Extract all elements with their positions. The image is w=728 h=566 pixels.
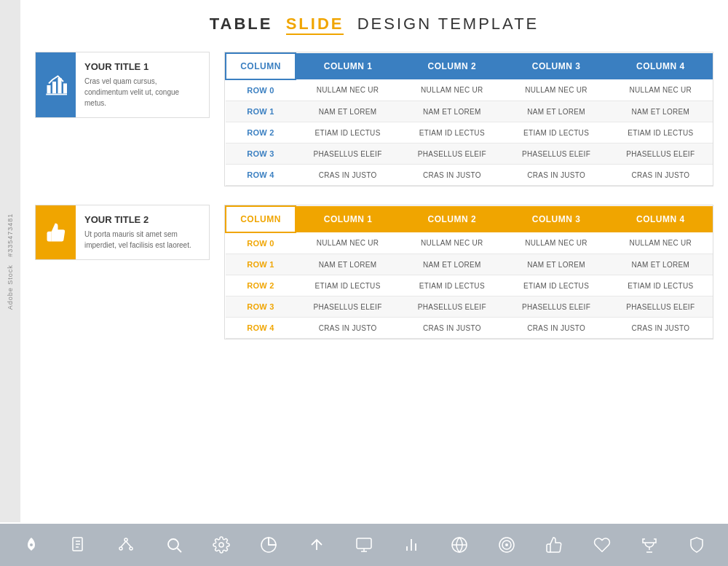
table-1-cell-4-4: CRAS IN JUSTO [609, 165, 713, 186]
table-1-header-3: COLUMN 3 [504, 53, 608, 79]
info-card-2-text: Ut porta mauris sit amet sem imperdiet, … [84, 229, 200, 251]
table-1-header-2: COLUMN 2 [400, 53, 504, 79]
table-2-header-3: COLUMN 3 [504, 206, 608, 232]
table-1-header-1: COLUMN 1 [296, 53, 400, 79]
svg-point-12 [130, 547, 132, 550]
table-2-cell-3-3: PHASELLUS ELEIF [504, 296, 608, 318]
table-1: COLUMN COLUMN 1 COLUMN 2 COLUMN 3 COLUMN… [225, 52, 713, 186]
table-2-cell-3-2: PHASELLUS ELEIF [400, 296, 504, 318]
table-2-row-3: ROW 3PHASELLUS ELEIFPHASELLUS ELEIFPHASE… [226, 296, 713, 318]
document-icon [65, 531, 92, 559]
watermark-text: Adobe Stock #335473481 [7, 213, 14, 310]
hand-icon [45, 221, 67, 243]
table-2-cell-3-0: ROW 3 [226, 296, 296, 318]
table-2-cell-4-4: CRAS IN JUSTO [609, 318, 713, 339]
table-1-cell-0-2: NULLAM NEC UR [400, 79, 504, 101]
table-2-cell-1-1: NAM ET LOREM [296, 254, 400, 275]
info-card-2-icon [36, 205, 76, 259]
table-2-header-2: COLUMN 2 [400, 206, 504, 232]
table-1-cell-2-2: ETIAM ID LECTUS [400, 122, 504, 144]
svg-point-15 [168, 539, 178, 549]
table-2-cell-0-4: NULLAM NEC UR [609, 232, 713, 254]
icon-bar [0, 524, 728, 566]
table-2-cell-1-4: NAM ET LOREM [609, 254, 713, 275]
table-2-cell-4-3: CRAS IN JUSTO [504, 318, 608, 339]
table-2-cell-3-1: PHASELLUS ELEIF [296, 296, 400, 318]
table-2-row-1: ROW 1NAM ET LOREMNAM ET LOREMNAM ET LORE… [226, 254, 713, 275]
table-1-cell-2-1: ETIAM ID LECTUS [296, 122, 400, 144]
table-1-cell-4-1: CRAS IN JUSTO [296, 165, 400, 186]
table-2-cell-4-0: ROW 4 [226, 318, 296, 339]
table-2-header-1: COLUMN 1 [296, 206, 400, 232]
arrow-up-icon [303, 531, 331, 559]
table-1-cell-1-3: NAM ET LOREM [504, 101, 608, 122]
section-2: YOUR TITLE 2 Ut porta mauris sit amet se… [35, 205, 713, 339]
svg-line-13 [121, 541, 126, 547]
svg-rect-19 [357, 538, 371, 549]
svg-point-29 [505, 543, 508, 546]
title-word3: DESIGN TEMPLATE [357, 15, 539, 33]
table-2-cell-0-2: NULLAM NEC UR [400, 232, 504, 254]
monitor-icon [350, 531, 378, 559]
pie-chart-icon [255, 531, 282, 559]
svg-point-10 [124, 538, 127, 541]
info-card-1-icon [36, 52, 76, 117]
main-content: TABLE SLIDE DESIGN TEMPLATE YOUR TITL [20, 0, 728, 339]
info-card-1: YOUR TITLE 1 Cras vel quam cursus, condi… [35, 52, 210, 118]
table-2: COLUMN COLUMN 1 COLUMN 2 COLUMN 3 COLUMN… [225, 205, 713, 339]
table-1-header-0: COLUMN [226, 53, 296, 79]
table-2-row-4: ROW 4CRAS IN JUSTOCRAS IN JUSTOCRAS IN J… [226, 318, 713, 339]
watermark-sidebar: Adobe Stock #335473481 [0, 0, 20, 522]
network-icon [112, 531, 140, 559]
svg-line-14 [126, 541, 131, 547]
svg-point-5 [30, 543, 33, 546]
table-1-cell-0-1: NULLAM NEC UR [296, 79, 400, 101]
table-1-row-2: ROW 2ETIAM ID LECTUSETIAM ID LECTUSETIAM… [226, 122, 713, 144]
table-2-header-0: COLUMN [226, 206, 296, 232]
bar-chart-icon [397, 531, 425, 559]
trophy-icon [636, 531, 663, 559]
table-2-cell-2-2: ETIAM ID LECTUS [400, 275, 504, 296]
globe-icon [446, 531, 473, 559]
info-card-2-title: YOUR TITLE 2 [84, 214, 200, 225]
info-card-1-text: Cras vel quam cursus, condimentum velit … [84, 76, 200, 109]
table-1-row-3: ROW 3PHASELLUS ELEIFPHASELLUS ELEIFPHASE… [226, 144, 713, 165]
svg-point-11 [119, 547, 122, 550]
table-1-row-0: ROW 0NULLAM NEC URNULLAM NEC URNULLAM NE… [226, 79, 713, 101]
table-1-cell-4-0: ROW 4 [226, 165, 296, 186]
table-2-cell-2-0: ROW 2 [226, 275, 296, 296]
table-1-cell-1-0: ROW 1 [226, 101, 296, 122]
chart-icon [45, 74, 67, 96]
table-2-row-2: ROW 2ETIAM ID LECTUSETIAM ID LECTUSETIAM… [226, 275, 713, 296]
info-card-1-body: YOUR TITLE 1 Cras vel quam cursus, condi… [76, 52, 209, 117]
table-1-cell-1-2: NAM ET LOREM [400, 101, 504, 122]
info-card-2-body: YOUR TITLE 2 Ut porta mauris sit amet se… [76, 205, 209, 259]
svg-line-16 [177, 549, 181, 553]
table-2-cell-0-1: NULLAM NEC UR [296, 232, 400, 254]
table-1-cell-2-3: ETIAM ID LECTUS [504, 122, 608, 144]
section-1: YOUR TITLE 1 Cras vel quam cursus, condi… [35, 52, 713, 186]
table-1-cell-0-0: ROW 0 [226, 79, 296, 101]
table-2-wrapper: COLUMN COLUMN 1 COLUMN 2 COLUMN 3 COLUMN… [224, 205, 713, 339]
table-1-header-4: COLUMN 4 [609, 53, 713, 79]
table-1-cell-3-2: PHASELLUS ELEIF [400, 144, 504, 165]
table-1-cell-4-3: CRAS IN JUSTO [504, 165, 608, 186]
table-2-cell-4-1: CRAS IN JUSTO [296, 318, 400, 339]
table-2-cell-1-2: NAM ET LOREM [400, 254, 504, 275]
table-2-cell-2-4: ETIAM ID LECTUS [609, 275, 713, 296]
table-1-wrapper: COLUMN COLUMN 1 COLUMN 2 COLUMN 3 COLUMN… [224, 52, 713, 186]
table-1-cell-0-4: NULLAM NEC UR [609, 79, 713, 101]
svg-rect-2 [58, 78, 61, 93]
table-2-cell-3-4: PHASELLUS ELEIF [609, 296, 713, 318]
table-1-cell-1-1: NAM ET LOREM [296, 101, 400, 122]
table-2-cell-2-3: ETIAM ID LECTUS [504, 275, 608, 296]
svg-rect-1 [52, 82, 56, 93]
table-2-row-0: ROW 0NULLAM NEC URNULLAM NEC URNULLAM NE… [226, 232, 713, 254]
gear-icon [207, 531, 235, 559]
table-1-cell-3-3: PHASELLUS ELEIF [504, 144, 608, 165]
table-1-cell-3-1: PHASELLUS ELEIF [296, 144, 400, 165]
table-2-cell-2-1: ETIAM ID LECTUS [296, 275, 400, 296]
table-1-cell-0-3: NULLAM NEC UR [504, 79, 608, 101]
thumbup-icon [540, 531, 568, 559]
svg-rect-0 [47, 85, 50, 93]
